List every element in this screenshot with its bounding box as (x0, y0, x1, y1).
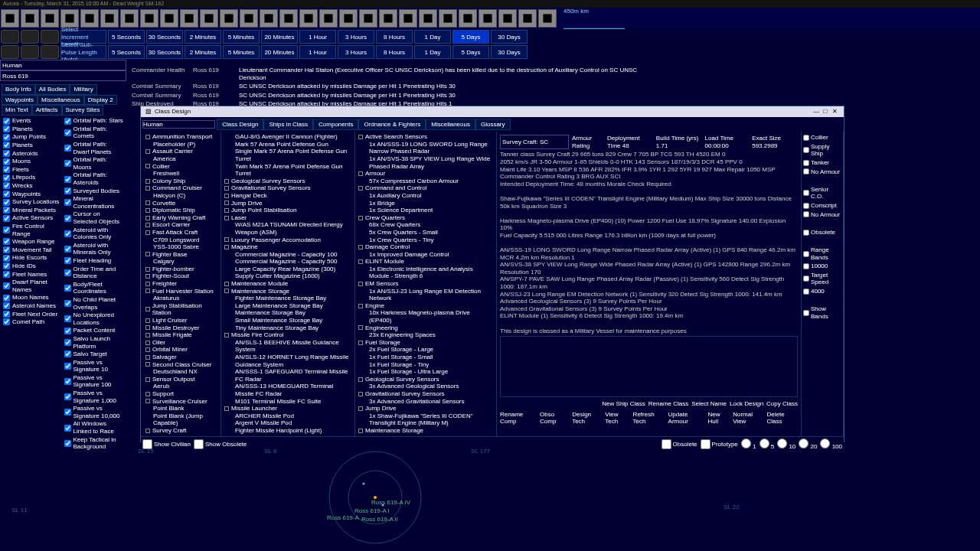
display-toggle[interactable]: Hide IDs (3, 262, 64, 270)
time-step-btn[interactable]: 30 Seconds (146, 30, 183, 44)
installed-item[interactable]: Damage Control (357, 243, 495, 251)
toolbar-btn-19[interactable] (379, 9, 397, 28)
time-step-btn[interactable]: 2 Minutes (185, 45, 221, 59)
display-toggle[interactable]: Moons (3, 158, 64, 166)
flag-toggle[interactable]: Range Bands (803, 246, 841, 262)
time-step-btn[interactable]: 1 Hour (299, 45, 336, 59)
tree-item[interactable]: America (142, 155, 219, 163)
installed-item[interactable]: 1x AN/SSJ-23 Long Range EM Detection Net… (357, 288, 495, 302)
tree-item[interactable]: Diplomatic Ship (142, 207, 219, 214)
time-step-btn[interactable]: 5 Minutes (223, 45, 260, 59)
toolbar-btn-23[interactable] (459, 9, 477, 28)
left-tab[interactable]: All Bodies (35, 84, 70, 95)
installed-item[interactable]: Command and Control (357, 184, 495, 192)
tree-item[interactable]: Collier (142, 163, 219, 171)
flag-toggle[interactable] (803, 236, 841, 246)
display-toggle[interactable]: Fleet Heading (64, 256, 126, 265)
flag-toggle[interactable]: 4000 (803, 287, 841, 296)
display-toggle[interactable]: Passive vs Signature 10,000 (64, 405, 126, 420)
display-toggle[interactable]: Jump Points (3, 133, 64, 142)
installed-item[interactable]: Active Search Sensors (357, 133, 495, 141)
available-components[interactable]: GAU-8/G Avenger II Cannon (Fighter)Mark … (221, 132, 355, 436)
component-item[interactable]: Fighter Missile Hardpoint (Light) (223, 427, 353, 435)
orb-icon[interactable] (21, 45, 39, 59)
toolbar-btn-25[interactable] (498, 9, 517, 28)
tree-item[interactable]: Escort Carrier (142, 221, 219, 229)
display-toggle[interactable]: Active Sensors (3, 214, 64, 223)
component-item[interactable]: Single Mark 57 Arena Point Defense Gun T… (223, 148, 353, 162)
component-item[interactable]: AN/SLS-12 HORNET Long Range Missile Guid… (223, 354, 353, 368)
display-toggle[interactable]: Order Time and Distance (64, 265, 126, 280)
toolbar-btn-14[interactable] (279, 9, 298, 28)
toolbar-btn-12[interactable] (240, 9, 258, 28)
time-step-btn[interactable]: 3 Hours (338, 45, 374, 59)
display-toggle[interactable]: Wrecks (3, 182, 64, 191)
display-toggle[interactable]: Asteroids (3, 149, 64, 158)
flag-toggle[interactable]: Supply Ship (803, 142, 841, 158)
toolbar-btn-6[interactable] (120, 9, 139, 28)
flag-toggle[interactable]: Obsolete (803, 228, 841, 237)
display-toggle[interactable]: Survey Locations (3, 198, 64, 207)
component-item[interactable]: AN/SLS-1 BEEHIVE Missile Guidance System (223, 339, 353, 354)
maximize-icon[interactable]: □ (821, 108, 830, 116)
component-item[interactable]: Hangar Deck (223, 192, 353, 200)
left-tab[interactable]: Military (70, 84, 96, 95)
time-step-btn[interactable]: 5 Seconds (108, 45, 145, 59)
tree-item[interactable]: Deutschland NX (142, 368, 219, 376)
component-item[interactable]: ARCHER Missile Pod (223, 412, 353, 420)
tree-item[interactable]: Missile Destroyer (142, 324, 219, 332)
installed-item[interactable]: EM Sensors (357, 280, 495, 288)
time-step-btn[interactable]: 20 Minutes (261, 30, 298, 44)
component-item[interactable]: M101 Terminal Missile FC Suite (223, 398, 353, 406)
display-toggle[interactable]: Passive vs Signature 10 (64, 358, 126, 373)
time-step-btn[interactable]: 5 Days (452, 45, 489, 59)
tree-item[interactable]: Corvette (142, 200, 219, 207)
display-toggle[interactable]: Fire Control Range (3, 223, 64, 238)
toolbar-btn-17[interactable] (339, 9, 358, 28)
flag-toggle[interactable] (803, 295, 841, 305)
race-select[interactable] (0, 60, 126, 70)
flag-toggle[interactable]: Tanker (803, 158, 841, 168)
installed-item[interactable]: 1x Fuel Storage - Small (357, 354, 495, 361)
installed-item[interactable]: 5x Crew Quarters - Small (357, 229, 495, 236)
time-step-btn[interactable]: 5 Minutes (223, 30, 260, 44)
toolbar-btn-18[interactable] (359, 9, 377, 28)
component-item[interactable]: Fighter Maintenance Storage Bay (223, 295, 353, 302)
orb-icon[interactable] (41, 45, 59, 59)
orb-icon[interactable] (21, 30, 39, 44)
system-select[interactable] (0, 70, 126, 81)
installed-item[interactable]: 1x Bridge (357, 200, 495, 207)
installed-item[interactable]: 68x Crew Quarters (357, 221, 495, 229)
component-item[interactable]: Commercial Magazine - Capacity 100 (223, 251, 353, 259)
tree-item[interactable]: Fast Attack Craft (142, 229, 219, 236)
display-toggle[interactable]: Asteroid with Minerals Only (64, 241, 126, 256)
cw-tab[interactable]: Glossary (475, 119, 511, 131)
tree-item[interactable]: Ammunition Transport (142, 133, 219, 141)
display-toggle[interactable]: Asteroid Names (3, 302, 64, 310)
toolbar-btn-27[interactable] (538, 9, 557, 28)
toolbar-btn-24[interactable] (479, 9, 497, 28)
minimize-icon[interactable]: — (812, 108, 821, 116)
tree-item[interactable]: Light Cruiser (142, 317, 219, 324)
component-item[interactable]: Large Maintenance Storage Bay (223, 302, 353, 310)
left-tab[interactable]: Body Info (2, 84, 35, 95)
tree-item[interactable]: Support (142, 390, 219, 398)
action-button[interactable]: Design Tech (572, 411, 602, 425)
tree-item[interactable]: Command Cruiser (142, 184, 219, 192)
installed-item[interactable]: 2x Large Maintenance Storage Bay (357, 435, 495, 437)
display-toggle[interactable]: No Child Planet Overlaps (64, 295, 126, 311)
display-toggle[interactable]: Comet Path (3, 318, 64, 327)
action-button[interactable]: New Ship Class (602, 400, 645, 408)
action-button[interactable]: Delete Class (767, 411, 798, 425)
display-toggle[interactable]: Orbital Path: Asteroids (64, 171, 126, 187)
component-item[interactable]: Commercial Magazine - Capacity 500 (223, 258, 353, 266)
toolbar-btn-4[interactable] (80, 9, 99, 28)
close-icon[interactable]: ✕ (830, 108, 839, 116)
toolbar-btn-13[interactable] (260, 9, 278, 28)
installed-item[interactable]: 1x AN/SVS-38 SPY VIEW Long Range Wide Ph… (357, 155, 495, 170)
component-item[interactable]: Magazine (223, 243, 353, 251)
action-button[interactable]: Rename Class (648, 400, 688, 408)
toolbar-btn-21[interactable] (419, 9, 437, 28)
action-button[interactable]: Normal View (733, 411, 763, 425)
tree-item[interactable]: Salvager (142, 354, 219, 361)
